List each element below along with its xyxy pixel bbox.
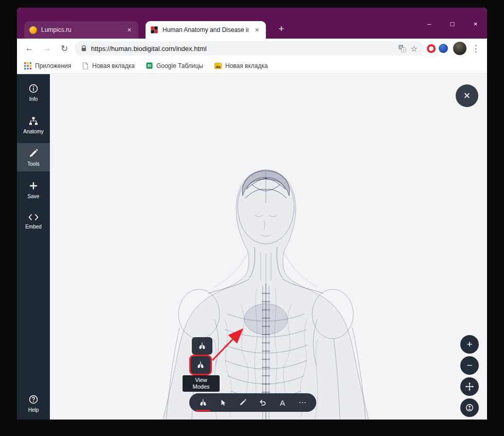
sidebar-item-label: Tools bbox=[27, 161, 39, 167]
view-mode-option-button[interactable] bbox=[192, 337, 212, 355]
close-window-button[interactable]: × bbox=[464, 16, 487, 31]
maximize-button[interactable]: □ bbox=[441, 16, 464, 31]
center-model-icon bbox=[465, 403, 474, 412]
sidebar-item-label: Embed bbox=[25, 224, 42, 230]
pencil-icon bbox=[28, 148, 39, 159]
sidebar-item-label: Help bbox=[28, 407, 39, 413]
undo-button[interactable] bbox=[255, 395, 271, 410]
tooltip-text-line2: Modes bbox=[183, 383, 220, 390]
view-modes-button[interactable] bbox=[195, 395, 211, 410]
center-model-button[interactable] bbox=[460, 398, 479, 417]
lungs-icon bbox=[197, 341, 207, 351]
biodigital-favicon-icon bbox=[150, 26, 158, 34]
sidebar-item-info[interactable]: Info bbox=[17, 78, 50, 107]
more-tools-button[interactable]: ⋯ bbox=[295, 395, 310, 410]
page-content: Info Anatomy Tools bbox=[17, 74, 487, 420]
sidebar-item-label: Save bbox=[28, 194, 40, 199]
pan-button[interactable] bbox=[460, 377, 479, 396]
view-modes-button-highlighted[interactable] bbox=[189, 355, 212, 375]
tab-biodigital[interactable]: Human Anatomy and Disease in × bbox=[146, 21, 266, 39]
tab-label: Human Anatomy and Disease in bbox=[163, 26, 248, 33]
text-tool-button[interactable]: A bbox=[275, 395, 290, 410]
svg-text:a: a bbox=[403, 48, 405, 51]
sidebar-item-embed[interactable]: Embed bbox=[17, 208, 50, 234]
translate-icon[interactable]: A a bbox=[398, 44, 406, 53]
active-tool-underline bbox=[196, 410, 210, 411]
tab-label: Lumpics.ru bbox=[41, 26, 121, 33]
lungs-icon bbox=[196, 360, 205, 370]
tab-close-icon[interactable]: × bbox=[125, 26, 134, 34]
bookmark-star-icon[interactable]: ☆ bbox=[410, 44, 418, 54]
blue-extension-icon[interactable] bbox=[439, 44, 448, 53]
viewer-bottom-toolbar: A ⋯ bbox=[189, 393, 316, 412]
sheets-icon bbox=[146, 62, 153, 69]
reload-button[interactable]: ↻ bbox=[57, 41, 71, 56]
lungs-icon bbox=[199, 398, 208, 407]
address-bar[interactable]: https://human.biodigital.com/index.html … bbox=[75, 41, 424, 56]
browser-window: Lumpics.ru × Human Anatomy and Disease i… bbox=[17, 8, 487, 420]
bookmark-label: Новая вкладка bbox=[225, 62, 268, 69]
brush-icon bbox=[239, 398, 247, 407]
bookmark-label: Google Таблицы bbox=[156, 62, 203, 69]
sidebar-item-tools[interactable]: Tools bbox=[17, 143, 50, 171]
zoom-in-button[interactable]: + bbox=[460, 335, 479, 354]
tab-close-icon[interactable]: × bbox=[253, 26, 261, 34]
bookmark-label: Приложения bbox=[35, 62, 71, 69]
sidebar-item-anatomy[interactable]: Anatomy bbox=[17, 111, 50, 139]
cursor-icon bbox=[219, 398, 227, 407]
info-icon bbox=[28, 83, 39, 94]
sidebar-item-label: Anatomy bbox=[23, 129, 43, 134]
url-text: https://human.biodigital.com/index.html bbox=[91, 45, 394, 53]
bookmarks-bar: Приложения Новая вкладка Google Таблицы bbox=[17, 58, 487, 74]
image-icon bbox=[214, 63, 222, 69]
back-button[interactable]: ← bbox=[22, 41, 37, 56]
view-modes-tooltip: View Modes bbox=[183, 375, 220, 392]
lumpics-favicon-icon bbox=[29, 26, 37, 34]
viewer-close-button[interactable]: × bbox=[456, 84, 478, 107]
new-tab-button[interactable]: + bbox=[274, 22, 289, 36]
plus-icon bbox=[28, 181, 39, 191]
bookmark-sheets[interactable]: Google Таблицы bbox=[146, 62, 203, 69]
tooltip-text-line1: View bbox=[183, 377, 220, 383]
window-controls: – □ × bbox=[418, 16, 487, 31]
zoom-out-button[interactable]: − bbox=[460, 356, 479, 375]
paint-tool-button[interactable] bbox=[235, 395, 250, 410]
minimize-button[interactable]: – bbox=[418, 16, 441, 31]
forward-button[interactable]: → bbox=[40, 41, 54, 56]
sidebar-item-label: Info bbox=[29, 96, 38, 102]
sidebar-item-save[interactable]: Save bbox=[17, 176, 50, 204]
bookmark-label: Новая вкладка bbox=[92, 62, 135, 69]
desktop-background: Lumpics.ru × Human Anatomy and Disease i… bbox=[0, 0, 504, 436]
sidebar-item-help[interactable]: Help bbox=[17, 389, 50, 417]
bookmark-newtab-2[interactable]: Новая вкладка bbox=[214, 62, 268, 69]
anatomy-figure[interactable] bbox=[137, 98, 394, 420]
select-tool-button[interactable] bbox=[215, 395, 231, 410]
viewer-nav-controls: + − bbox=[460, 335, 479, 417]
anatomy-icon bbox=[28, 116, 39, 126]
undo-icon bbox=[259, 398, 267, 407]
code-icon bbox=[28, 213, 39, 221]
page-icon bbox=[82, 62, 88, 69]
pan-arrows-icon bbox=[465, 382, 474, 391]
bookmark-apps[interactable]: Приложения bbox=[24, 62, 71, 69]
anatomy-viewer: × + − bbox=[50, 74, 487, 420]
tab-lumpics[interactable]: Lumpics.ru × bbox=[24, 21, 138, 39]
help-icon bbox=[28, 394, 39, 405]
tab-strip: Lumpics.ru × Human Anatomy and Disease i… bbox=[17, 8, 487, 39]
browser-toolbar: ← → ↻ https://human.biodigital.com/index… bbox=[17, 39, 487, 58]
bookmark-newtab-1[interactable]: Новая вкладка bbox=[82, 62, 135, 69]
browser-menu-icon[interactable]: ⋮ bbox=[470, 43, 482, 54]
apps-grid-icon bbox=[24, 62, 31, 69]
opera-extension-icon[interactable] bbox=[427, 44, 436, 53]
biodigital-sidebar: Info Anatomy Tools bbox=[17, 74, 50, 420]
profile-avatar[interactable] bbox=[453, 42, 466, 55]
lock-icon bbox=[81, 45, 87, 52]
